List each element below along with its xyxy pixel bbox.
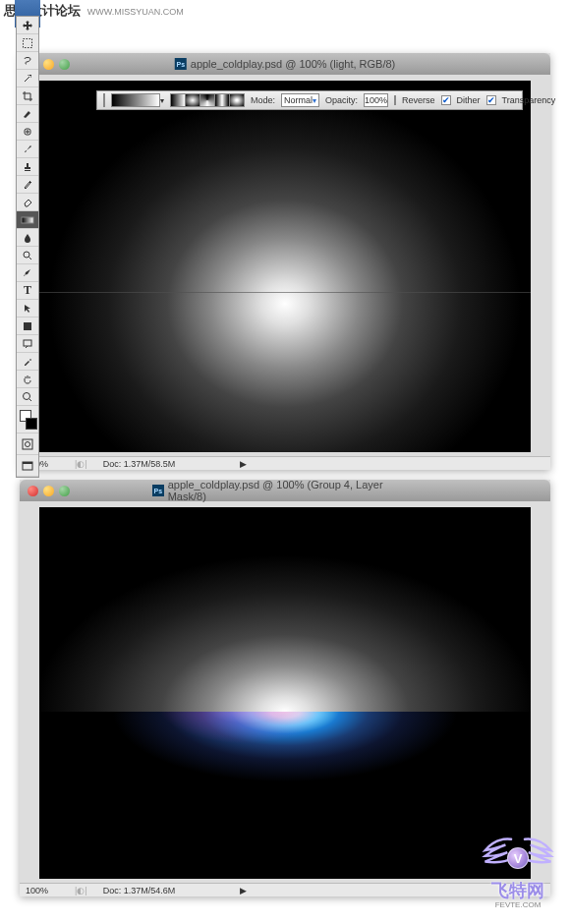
- reverse-checkbox[interactable]: [394, 95, 396, 105]
- lasso-tool[interactable]: [17, 52, 38, 70]
- reverse-label: Reverse: [402, 95, 435, 105]
- shape-tool[interactable]: [17, 318, 38, 335]
- tools-panel: T: [16, 16, 39, 478]
- healing-brush-tool[interactable]: [17, 123, 38, 141]
- titlebar-1[interactable]: Ps apple_coldplay.psd @ 100% (light, RGB…: [20, 53, 550, 75]
- gradient-swatch[interactable]: [103, 93, 105, 107]
- mode-label: Mode:: [251, 95, 275, 105]
- svg-rect-5: [24, 340, 31, 346]
- document-window-1: Ps apple_coldplay.psd @ 100% (light, RGB…: [20, 53, 550, 470]
- quick-mask-toggle[interactable]: [17, 433, 38, 455]
- ps-file-icon: Ps: [152, 485, 164, 496]
- screen-mode-toggle[interactable]: [17, 455, 38, 477]
- window-controls: [20, 486, 70, 496]
- watermark-badge: V: [507, 847, 529, 869]
- canvas-2-content: [39, 507, 531, 879]
- notes-tool[interactable]: [17, 335, 38, 353]
- canvas-1-content: [39, 81, 531, 452]
- close-button[interactable]: [28, 486, 38, 496]
- canvas-2[interactable]: [39, 507, 531, 879]
- magic-wand-tool[interactable]: [17, 70, 38, 87]
- window-title: Ps apple_coldplay.psd @ 100% (light, RGB…: [175, 58, 395, 70]
- history-brush-tool[interactable]: [17, 176, 38, 194]
- diamond-gradient-button[interactable]: [229, 93, 245, 107]
- linear-gradient-button[interactable]: [170, 93, 186, 107]
- minimize-button[interactable]: [43, 486, 54, 496]
- transparency-label: Transparency: [502, 95, 556, 105]
- status-arrow-icon[interactable]: ▶: [240, 886, 247, 895]
- watermark-subtext: FEVTE.COM: [495, 900, 542, 909]
- slice-tool[interactable]: [17, 105, 38, 123]
- color-swatches[interactable]: [17, 406, 38, 433]
- reflected-gradient-button[interactable]: [214, 93, 230, 107]
- blur-tool[interactable]: [17, 229, 38, 247]
- move-tool[interactable]: [17, 17, 38, 34]
- stamp-tool[interactable]: [17, 158, 38, 176]
- dodge-tool[interactable]: [17, 247, 38, 264]
- svg-rect-10: [23, 462, 32, 464]
- svg-point-3: [24, 252, 29, 258]
- zoom-level[interactable]: 100%: [26, 886, 59, 895]
- zoom-button[interactable]: [59, 59, 70, 70]
- path-select-tool[interactable]: [17, 300, 38, 318]
- eraser-tool[interactable]: [17, 194, 38, 211]
- svg-rect-0: [24, 38, 32, 47]
- minimize-button[interactable]: [43, 59, 54, 70]
- brush-tool[interactable]: [17, 141, 38, 158]
- options-bar: ▾ Mode: Normal ▾ Opacity: 100% Reverse ✔…: [96, 90, 523, 110]
- window-title-text: apple_coldplay.psd @ 100% (Group 4, Laye…: [168, 479, 418, 502]
- status-bar-1: 100% |◐| Doc: 1.37M/58.5M ▶: [20, 456, 550, 470]
- document-window-2: Ps apple_coldplay.psd @ 100% (Group 4, L…: [20, 480, 550, 896]
- zoom-tool[interactable]: [17, 388, 38, 406]
- forum-url: WWW.MISSYUAN.COM: [87, 7, 184, 17]
- zoom-button[interactable]: [59, 486, 70, 496]
- mode-select[interactable]: Normal ▾: [281, 93, 319, 107]
- background-color[interactable]: [26, 418, 37, 430]
- opacity-label: Opacity:: [325, 95, 358, 105]
- angle-gradient-button[interactable]: [200, 93, 215, 107]
- chevron-down-icon: ▾: [313, 96, 316, 105]
- titlebar-2[interactable]: Ps apple_coldplay.psd @ 100% (Group 4, L…: [20, 480, 550, 501]
- dither-checkbox[interactable]: ✔: [441, 95, 451, 105]
- status-bar-2: 100% |◐| Doc: 1.37M/54.6M ▶: [20, 883, 550, 896]
- eyedropper-tool[interactable]: [17, 353, 38, 371]
- svg-rect-2: [22, 217, 33, 223]
- radial-gradient-button[interactable]: [185, 93, 200, 107]
- opacity-input[interactable]: 100%: [364, 93, 388, 107]
- divider: |◐|: [75, 886, 87, 895]
- type-tool[interactable]: T: [17, 282, 38, 300]
- doc-size: Doc: 1.37M/58.5M: [103, 459, 176, 469]
- wings-icon: V: [474, 834, 562, 883]
- svg-point-8: [26, 441, 30, 446]
- chevron-down-icon[interactable]: ▾: [160, 96, 164, 105]
- pen-tool[interactable]: [17, 264, 38, 282]
- doc-size: Doc: 1.37M/54.6M: [103, 886, 176, 895]
- canvas-1[interactable]: [39, 81, 531, 452]
- marquee-tool[interactable]: [17, 34, 38, 52]
- crop-tool[interactable]: [17, 87, 38, 105]
- transparency-checkbox[interactable]: ✔: [486, 95, 496, 105]
- gradient-type-group: [170, 93, 245, 107]
- dither-label: Dither: [457, 95, 481, 105]
- hand-tool[interactable]: [17, 371, 38, 388]
- status-arrow-icon[interactable]: ▶: [240, 459, 247, 469]
- svg-point-6: [24, 392, 30, 399]
- svg-rect-7: [23, 439, 32, 449]
- window-title: Ps apple_coldplay.psd @ 100% (Group 4, L…: [152, 479, 418, 502]
- divider: |◐|: [75, 459, 87, 469]
- watermark: V 飞特网 FEVTE.COM: [474, 834, 562, 909]
- gradient-picker[interactable]: [111, 93, 160, 107]
- gradient-tool[interactable]: [17, 211, 38, 229]
- mode-value: Normal: [284, 95, 313, 105]
- ps-file-icon: Ps: [175, 58, 187, 70]
- svg-rect-4: [24, 322, 31, 330]
- window-title-text: apple_coldplay.psd @ 100% (light, RGB/8): [191, 58, 395, 70]
